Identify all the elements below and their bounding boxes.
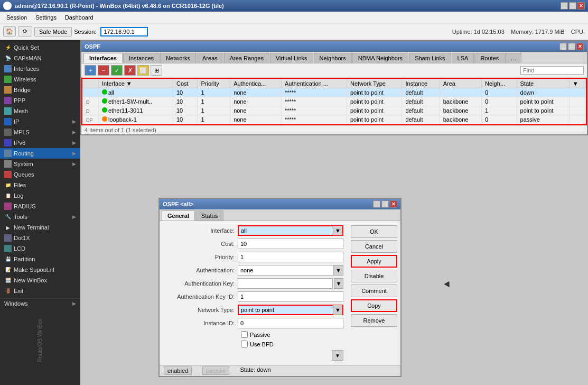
sidebar-item-files[interactable]: 📁 Files	[0, 180, 80, 190]
tab-routes[interactable]: Routes	[474, 53, 505, 63]
table-row[interactable]: D ether1-SW-mult.. 10 1 none ***** point…	[83, 97, 586, 106]
use-bfd-checkbox[interactable]	[241, 341, 248, 347]
maximize-button[interactable]: □	[569, 2, 576, 10]
auth-key-id-input[interactable]	[238, 291, 343, 302]
col-network-type[interactable]: Network Type	[347, 79, 402, 88]
sidebar-item-windows[interactable]: Windows ▶	[0, 299, 80, 308]
network-type-dropdown-arrow[interactable]: ▼	[333, 305, 342, 315]
col-cost[interactable]: Cost	[173, 79, 198, 88]
col-priority[interactable]: Priority	[198, 79, 230, 88]
sidebar-item-bridge[interactable]: Bridge	[0, 85, 80, 95]
sidebar-item-new-terminal[interactable]: ▶ New Terminal	[0, 222, 80, 233]
table-row[interactable]: all 10 1 none ***** point to point defau…	[83, 88, 586, 97]
ok-button[interactable]: OK	[351, 225, 397, 238]
menu-session[interactable]: Session	[2, 13, 31, 22]
sidebar-item-partition[interactable]: 💾 Partition	[0, 254, 80, 264]
tab-instances[interactable]: Instances	[123, 53, 160, 63]
tab-areas[interactable]: Areas	[197, 53, 223, 63]
tab-area-ranges[interactable]: Area Ranges	[224, 53, 269, 63]
sidebar-item-mpls[interactable]: MPLS ▶	[0, 127, 80, 138]
col-dropdown[interactable]: ▼	[569, 79, 585, 88]
tab-more[interactable]: ...	[505, 53, 521, 63]
ospf-close-button[interactable]: ✕	[576, 43, 584, 50]
interface-dropdown-arrow[interactable]: ▼	[333, 226, 342, 235]
close-button[interactable]: ✕	[577, 2, 585, 10]
interface-select[interactable]: all ▼	[238, 225, 343, 236]
minimize-button[interactable]: _	[561, 2, 568, 10]
enable-button[interactable]: ✓	[111, 65, 123, 76]
cost-input[interactable]	[238, 239, 343, 249]
copy-button[interactable]: ⬜	[137, 65, 149, 76]
sidebar-item-lcd[interactable]: LCD	[0, 243, 80, 254]
dialog-tab-status[interactable]: Status	[195, 210, 223, 221]
passive-checkbox[interactable]	[241, 331, 248, 338]
disable-button[interactable]: Disable	[351, 270, 397, 282]
ospf-minimize-button[interactable]: _	[559, 43, 567, 50]
auth-key-input[interactable]	[238, 278, 333, 289]
tab-virtual-links[interactable]: Virtual Links	[270, 53, 313, 63]
sidebar-item-wireless[interactable]: Wireless	[0, 74, 80, 85]
tab-lsa[interactable]: LSA	[452, 53, 474, 63]
col-instance[interactable]: Instance	[402, 79, 440, 88]
priority-input[interactable]	[238, 252, 343, 262]
network-type-select[interactable]: point to point ▼	[238, 305, 343, 315]
sidebar-item-ipv6[interactable]: IPv6 ▶	[0, 138, 80, 148]
apply-button[interactable]: Apply	[351, 255, 397, 268]
add-button[interactable]: +	[85, 65, 96, 76]
sidebar-item-make-supout[interactable]: 📝 Make Supout.rif	[0, 264, 80, 275]
sidebar-item-interfaces[interactable]: Interfaces	[0, 63, 80, 74]
dialog-maximize-button[interactable]: □	[381, 200, 389, 208]
col-interface-name[interactable]: Interface ▼	[99, 79, 173, 88]
scroll-down-button[interactable]: ▼	[332, 350, 343, 361]
sidebar-item-new-winbox[interactable]: 🪟 New WinBox	[0, 275, 80, 286]
dialog-close-button[interactable]: ✕	[390, 200, 397, 208]
col-auth[interactable]: Authentica...	[230, 79, 282, 88]
tab-networks[interactable]: Networks	[160, 53, 196, 63]
sidebar-item-tools[interactable]: 🔧 Tools ▶	[0, 212, 80, 222]
refresh-button[interactable]: ⟳	[18, 26, 32, 36]
tab-sham-links[interactable]: Sham Links	[409, 53, 451, 63]
sidebar-item-system[interactable]: System ▶	[0, 159, 80, 169]
comment-button[interactable]: Comment	[351, 285, 397, 297]
tab-nbma-neighbors[interactable]: NBMA Neighbors	[352, 53, 408, 63]
filter-button[interactable]: ⊞	[151, 65, 162, 76]
sidebar-item-mesh[interactable]: Mesh	[0, 106, 80, 116]
home-button[interactable]: 🏠	[3, 26, 16, 36]
dialog-minimize-button[interactable]: _	[373, 200, 380, 208]
sidebar-item-radius[interactable]: RADIUS	[0, 201, 80, 212]
tab-neighbors[interactable]: Neighbors	[314, 53, 352, 63]
col-neighbors[interactable]: Neigh...	[482, 79, 517, 88]
safe-mode-button[interactable]: Safe Mode	[34, 27, 72, 36]
col-auth-key[interactable]: Authentication ...	[281, 79, 347, 88]
auth-dropdown-arrow[interactable]: ▼	[333, 265, 343, 275]
disable-button[interactable]: ✗	[124, 65, 136, 76]
sidebar-item-dot1x[interactable]: Dot1X	[0, 233, 80, 243]
col-area[interactable]: Area	[440, 79, 481, 88]
ospf-maximize-button[interactable]: □	[568, 43, 575, 50]
table-row[interactable]: D ether11-3011 10 1 none ***** point to …	[83, 106, 586, 115]
sidebar-item-exit[interactable]: 🚪 Exit	[0, 286, 80, 296]
sidebar-item-queues[interactable]: Queues	[0, 169, 80, 180]
remove-button-dlg[interactable]: Remove	[351, 314, 397, 327]
copy-button-dlg[interactable]: Copy	[351, 299, 397, 312]
cancel-button[interactable]: Cancel	[351, 240, 397, 253]
tab-interfaces[interactable]: Interfaces	[83, 53, 123, 63]
sidebar-item-capsman[interactable]: 📡 CAPsMAN	[0, 53, 80, 63]
sidebar-item-ppp[interactable]: PPP	[0, 95, 80, 106]
use-bfd-label[interactable]: Use BFD	[250, 341, 274, 347]
instance-id-input[interactable]	[238, 318, 343, 328]
passive-label[interactable]: Passive	[250, 332, 270, 338]
menu-settings[interactable]: Settings	[31, 13, 61, 22]
auth-select[interactable]: none ▼	[238, 265, 343, 276]
sidebar-item-ip[interactable]: IP ▶	[0, 116, 80, 127]
sidebar-item-routing[interactable]: Routing ▶	[0, 148, 80, 159]
table-row[interactable]: DP loopback-1 10 1 none ***** point to p…	[83, 115, 586, 124]
dialog-tab-general[interactable]: General	[162, 210, 195, 221]
find-input[interactable]	[520, 66, 584, 75]
sidebar-item-quick-set[interactable]: ⚡ Quick Set	[0, 42, 80, 53]
remove-button[interactable]: −	[98, 65, 109, 76]
sidebar-item-log[interactable]: 📋 Log	[0, 190, 80, 201]
col-state[interactable]: State	[517, 79, 569, 88]
session-input[interactable]	[100, 27, 148, 36]
menu-dashboard[interactable]: Dashboard	[61, 13, 98, 22]
